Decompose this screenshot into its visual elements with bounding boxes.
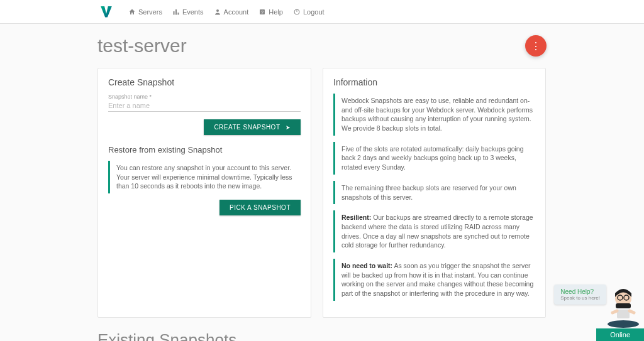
nav-help-label: Help [269,8,283,16]
info-heading: Information [333,77,535,87]
restore-heading: Restore from existing Snapshot [108,145,301,154]
nav-events[interactable]: Events [172,8,204,16]
help-bubble-title: Need Help? [560,288,600,295]
power-icon [293,8,301,16]
svg-text:?: ? [261,9,264,14]
create-snapshot-button[interactable]: CREATE SNAPSHOT ➤ [204,119,301,135]
svg-rect-2 [177,13,179,15]
svg-rect-11 [616,303,631,308]
info-p5-strong: No need to wait: [341,262,392,269]
info-p2: Five of the slots are rotated automatica… [333,142,535,175]
info-p5: No need to wait: As soon as you trigger … [333,259,535,301]
page-title: test-server [97,35,187,57]
user-icon [214,8,221,16]
logo [101,6,112,18]
svg-point-8 [608,320,639,328]
nav-logout[interactable]: Logout [293,8,325,16]
nav-account-label: Account [224,8,249,16]
restore-desc: You can restore any snapshot in your acc… [108,161,301,193]
nav-servers[interactable]: Servers [128,8,162,16]
actions-fab[interactable]: ⋮ [525,35,547,57]
info-p4-strong: Resilient: [341,214,371,221]
info-p3: The remaining three backup slots are res… [333,181,535,204]
svg-rect-9 [617,310,630,318]
home-icon [128,8,136,16]
create-snapshot-label: CREATE SNAPSHOT [214,124,280,131]
snapshot-name-label: Snapshot name * [108,94,301,100]
existing-heading: Existing Snapshots [97,330,547,341]
support-avatar-icon[interactable] [606,284,641,328]
nav-logout-label: Logout [303,8,325,16]
chart-icon [172,8,180,16]
pick-snapshot-label: PICK A SNAPSHOT [230,204,291,211]
nav-account[interactable]: Account [214,8,249,16]
more-vert-icon: ⋮ [531,40,541,52]
help-bubble-sub: Speak to us here! [560,295,600,301]
pick-snapshot-button[interactable]: PICK A SNAPSHOT [219,200,301,215]
snapshot-name-input[interactable] [108,100,301,112]
svg-rect-1 [175,9,177,15]
chevron-right-icon: ➤ [286,124,291,131]
nav-servers-label: Servers [138,8,162,16]
help-bubble[interactable]: Need Help? Speak to us here! [554,284,606,305]
nav-events-label: Events [182,8,204,16]
svg-rect-0 [173,11,174,15]
svg-point-3 [216,9,219,12]
info-p4: Resilient: Our backups are streamed dire… [333,210,535,252]
online-status[interactable]: Online [596,328,644,341]
help-icon: ? [258,8,266,16]
create-heading: Create Snapshot [108,77,301,87]
info-p1: Webdock Snapshots are easy to use, relia… [333,94,535,136]
nav-help[interactable]: ? Help [258,8,283,16]
